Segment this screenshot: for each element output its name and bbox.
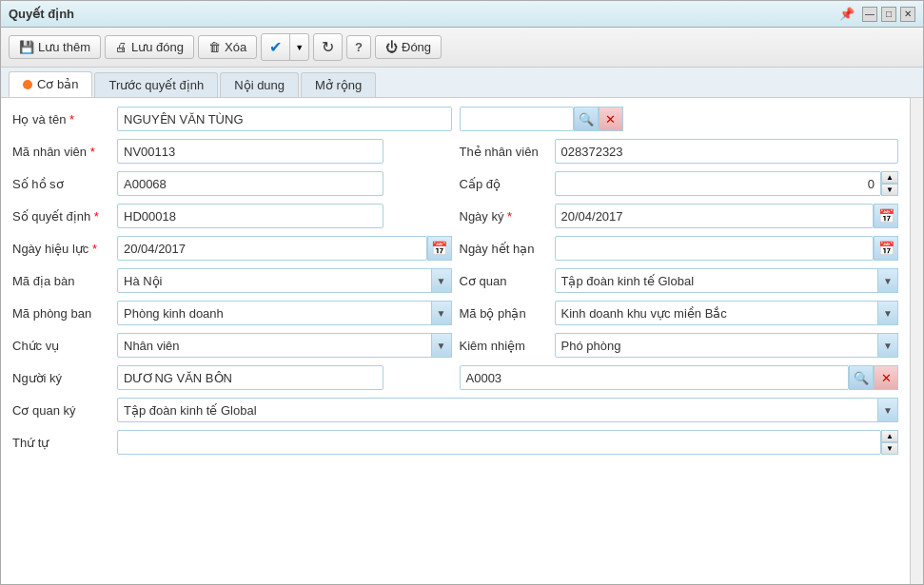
check-icon: ✔ [269,38,282,56]
ho-va-ten-search-button[interactable]: 🔍 [574,107,599,131]
co-quan-ky-select[interactable]: Tập đoàn kinh tế Global [117,398,898,422]
ngay-ky-input-group: 📅 [555,204,899,228]
tab-truoc-quyet-dinh[interactable]: Trước quyết định [94,72,218,97]
tabs-bar: Cơ bản Trước quyết định Nội dung Mở rộng [1,68,923,98]
pin-icon[interactable]: 📌 [839,7,855,22]
ngay-hieu-luc-row: Ngày hiệu lực 📅 Ngày hết hạn 📅 [12,235,898,262]
ho-va-ten-input[interactable] [117,107,452,131]
nguoi-ky-code-group: 🔍 ✕ [460,365,899,390]
so-quyet-dinh-label: Số quyết định [12,209,117,224]
ngay-het-han-calendar-button[interactable]: 📅 [874,236,898,261]
the-nhan-vien-label: Thẻ nhân viên [460,145,555,159]
print-icon: 🖨 [115,40,128,54]
check-dropdown-arrow[interactable]: ▼ [290,39,308,56]
vertical-scrollbar[interactable] [910,98,923,584]
nguoi-ky-label: Người ký [12,371,117,385]
tab-co-ban[interactable]: Cơ bản [9,71,92,97]
close-button[interactable]: ✕ [900,7,915,22]
tab-truoc-quyet-dinh-label: Trước quyết định [108,78,204,92]
ma-dia-ban-left: Mã địa bàn Hà Nội ▼ [12,268,452,293]
ma-phong-ban-select[interactable]: Phòng kinh doanh [117,301,452,325]
kiem-nhiem-select[interactable]: Phó phòng [555,333,899,358]
dong-label: Đóng [402,40,431,54]
check-main[interactable]: ✔ [262,34,290,60]
so-ho-so-label: Số hồ sơ [12,177,117,191]
ngay-het-han-label: Ngày hết hạn [460,242,555,256]
chuc-vu-left: Chức vụ Nhân viên ▼ [12,333,452,358]
thu-tu-up-button[interactable]: ▲ [881,430,898,442]
thu-tu-input-group: ▲ ▼ [117,430,898,455]
ma-dia-ban-select[interactable]: Hà Nội [117,268,452,293]
xoa-label: Xóa [225,40,246,54]
chuc-vu-label: Chức vụ [12,339,117,353]
thu-tu-spinner-buttons: ▲ ▼ [881,430,898,455]
co-quan-label: Cơ quan [460,274,555,288]
so-ho-so-input[interactable] [117,171,383,196]
co-quan-ky-row: Cơ quan ký Tập đoàn kinh tế Global ▼ [12,397,898,423]
thu-tu-input[interactable] [117,430,881,455]
ngay-ky-calendar-button[interactable]: 📅 [874,204,898,228]
ma-phong-ban-label: Mã phòng ban [12,306,117,321]
ma-nhan-vien-left: Mã nhân viên [12,139,452,164]
luu-dong-button[interactable]: 🖨 Lưu đóng [105,35,194,59]
tab-co-ban-label: Cơ bản [37,77,78,91]
toolbar: 💾 Lưu thêm 🖨 Lưu đóng 🗑 Xóa ✔ ▼ ↻ ? ⏻ Đó… [1,28,923,68]
ma-dia-ban-label: Mã địa bàn [12,274,117,288]
ma-dia-ban-select-wrapper: Hà Nội ▼ [117,268,452,293]
ma-bo-phan-label: Mã bộ phận [460,306,555,321]
ho-va-ten-right: 🔍 ✕ [460,107,899,131]
cap-do-input[interactable] [555,171,882,196]
cap-do-spinner: ▲ ▼ [555,171,899,196]
nguoi-ky-clear-button[interactable]: ✕ [874,365,898,390]
ma-phong-ban-row: Mã phòng ban Phòng kinh doanh ▼ Mã bộ ph… [12,300,898,326]
luu-dong-label: Lưu đóng [131,40,184,54]
ho-va-ten-clear-button[interactable]: ✕ [599,107,623,131]
cap-do-right: Cấp độ ▲ ▼ [460,171,899,196]
tab-mo-rong[interactable]: Mở rộng [301,72,376,97]
ma-bo-phan-select[interactable]: Kinh doanh khu vực miền Bắc [555,301,899,325]
ngay-het-han-input[interactable] [555,236,875,261]
nguoi-ky-code-input[interactable] [460,365,850,390]
power-icon: ⏻ [385,40,398,54]
luu-them-button[interactable]: 💾 Lưu thêm [9,35,101,59]
restore-button[interactable]: □ [881,7,896,22]
form-area: Họ và tên 🔍 ✕ Mã nhân viên Thẻ nhân viên [1,98,910,584]
so-quyet-dinh-row: Số quyết định Ngày ký 📅 [12,203,898,229]
xoa-button[interactable]: 🗑 Xóa [198,35,257,59]
check-dropdown[interactable]: ✔ ▼ [261,33,309,61]
ma-bo-phan-right: Mã bộ phận Kinh doanh khu vực miền Bắc ▼ [460,301,899,325]
cap-do-down-button[interactable]: ▼ [881,184,898,196]
dong-button[interactable]: ⏻ Đóng [375,35,442,59]
ho-va-ten-left: Họ và tên [12,107,452,131]
the-nhan-vien-input[interactable] [555,139,899,164]
ma-nhan-vien-input[interactable] [117,139,383,164]
thu-tu-label: Thứ tự [12,436,117,450]
the-nhan-vien-right: Thẻ nhân viên [460,139,899,164]
ma-nhan-vien-label: Mã nhân viên [12,145,117,159]
ngay-hieu-luc-input[interactable] [117,236,427,261]
ho-va-ten-code-input[interactable] [460,107,574,131]
chuc-vu-select[interactable]: Nhân viên [117,333,452,358]
help-button[interactable]: ? [346,35,371,59]
thu-tu-down-button[interactable]: ▼ [881,442,898,455]
nguoi-ky-input[interactable] [117,365,383,390]
ngay-hieu-luc-calendar-button[interactable]: 📅 [427,236,452,261]
cap-do-up-button[interactable]: ▲ [881,171,898,184]
ngay-hieu-luc-input-group: 📅 [117,236,452,261]
ngay-ky-input[interactable] [555,204,875,228]
main-content: Họ và tên 🔍 ✕ Mã nhân viên Thẻ nhân viên [1,98,923,584]
title-bar: Quyết định 📌 — □ ✕ [1,1,923,28]
so-ho-so-left: Số hồ sơ [12,171,452,196]
nguoi-ky-search-button[interactable]: 🔍 [849,365,874,390]
so-quyet-dinh-input[interactable] [117,204,383,228]
tab-noi-dung[interactable]: Nội dung [220,72,299,97]
refresh-button[interactable]: ↻ [313,33,343,61]
active-tab-dot [23,80,32,89]
window-controls: 📌 — □ ✕ [839,7,915,22]
ma-bo-phan-select-wrapper: Kinh doanh khu vực miền Bắc ▼ [555,301,899,325]
ho-va-ten-row: Họ và tên 🔍 ✕ [12,106,898,132]
minimize-button[interactable]: — [862,7,877,22]
co-quan-select[interactable]: Tập đoàn kinh tế Global [555,268,899,293]
ho-va-ten-label: Họ và tên [12,112,117,127]
cap-do-label: Cấp độ [460,177,555,191]
